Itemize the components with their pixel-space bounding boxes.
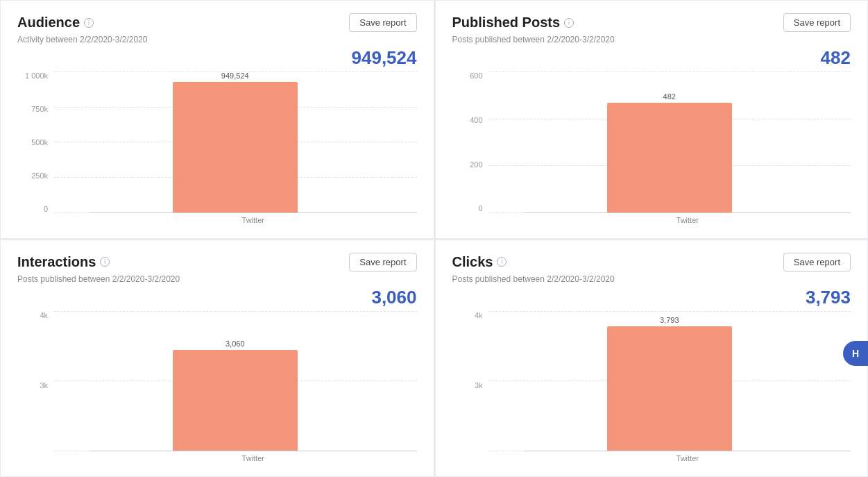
audience-bar-container: 949,524 bbox=[53, 72, 417, 213]
audience-baseline bbox=[90, 212, 417, 213]
published-posts-baseline bbox=[525, 212, 851, 213]
audience-panel: Audience i Save report Activity between … bbox=[0, 0, 434, 239]
published-posts-bar-container: 482 bbox=[488, 72, 851, 213]
published-posts-big-number: 482 bbox=[452, 47, 851, 69]
clicks-chart: 4k 3k 3,793 bbox=[452, 311, 851, 466]
published-posts-info-icon[interactable]: i bbox=[564, 18, 574, 28]
clicks-big-number: 3,793 bbox=[452, 287, 851, 308]
audience-bar bbox=[173, 82, 298, 213]
interactions-header: Interactions i Save report bbox=[17, 253, 417, 271]
y-label: 1 000k bbox=[25, 72, 48, 80]
y-label: 3k bbox=[475, 381, 483, 390]
interactions-chart: 4k 3k 3,060 bbox=[17, 311, 417, 466]
clicks-bar-label: 3,793 bbox=[660, 316, 679, 324]
published-posts-title-group: Published Posts i bbox=[452, 15, 575, 31]
clicks-header: Clicks i Save report bbox=[452, 253, 851, 271]
published-posts-chart-inner: 600 400 200 0 482 bbox=[452, 72, 851, 227]
audience-date-range: Activity between 2/2/2020-3/2/2020 bbox=[17, 35, 417, 44]
interactions-date-range: Posts published between 2/2/2020-3/2/202… bbox=[17, 274, 417, 284]
clicks-y-axis: 4k 3k bbox=[452, 311, 488, 466]
interactions-bar-label: 3,060 bbox=[225, 340, 245, 348]
clicks-panel: Clicks i Save report Posts published bet… bbox=[434, 239, 869, 478]
interactions-bar-wrap: 3,060 bbox=[74, 311, 396, 452]
y-label: 250k bbox=[31, 171, 48, 180]
audience-chart: 1 000k 750k 500k 250k 0 bbox=[17, 72, 417, 227]
published-posts-header: Published Posts i Save report bbox=[452, 13, 851, 32]
interactions-panel: Interactions i Save report Posts publish… bbox=[0, 239, 434, 478]
y-label: 0 bbox=[44, 205, 48, 213]
interactions-title-group: Interactions i bbox=[17, 254, 110, 270]
y-label: 4k bbox=[475, 311, 483, 319]
published-posts-panel: Published Posts i Save report Posts publ… bbox=[434, 0, 869, 239]
clicks-x-label: Twitter bbox=[525, 454, 851, 462]
published-posts-y-axis: 600 400 200 0 bbox=[452, 72, 488, 227]
published-posts-bar-wrap: 482 bbox=[509, 72, 831, 213]
clicks-date-range: Posts published between 2/2/2020-3/2/202… bbox=[452, 274, 851, 284]
clicks-chart-content: 3,793 Twitter bbox=[488, 311, 851, 466]
published-posts-bar bbox=[607, 103, 732, 213]
clicks-bar-container: 3,793 bbox=[488, 311, 851, 452]
clicks-title-group: Clicks i bbox=[452, 254, 507, 270]
published-posts-save-button[interactable]: Save report bbox=[783, 13, 851, 32]
published-posts-chart-content: 482 Twitter bbox=[488, 72, 851, 227]
audience-y-axis: 1 000k 750k 500k 250k 0 bbox=[17, 72, 53, 227]
y-label: 3k bbox=[40, 381, 48, 390]
interactions-chart-inner: 4k 3k 3,060 bbox=[17, 311, 417, 466]
published-posts-bar-label: 482 bbox=[663, 92, 676, 101]
audience-header: Audience i Save report bbox=[17, 13, 417, 32]
interactions-y-axis: 4k 3k bbox=[17, 311, 53, 466]
y-label: 400 bbox=[470, 116, 482, 124]
clicks-bar-wrap: 3,793 bbox=[509, 311, 831, 452]
clicks-info-icon[interactable]: i bbox=[497, 257, 507, 267]
clicks-title: Clicks bbox=[452, 254, 493, 270]
interactions-bar bbox=[173, 350, 298, 451]
audience-bar-wrap: 949,524 bbox=[74, 72, 396, 213]
audience-chart-content: 949,524 Twitter bbox=[53, 72, 417, 227]
interactions-baseline bbox=[90, 451, 417, 451]
published-posts-title: Published Posts bbox=[452, 15, 561, 31]
audience-save-button[interactable]: Save report bbox=[349, 13, 416, 32]
published-posts-date-range: Posts published between 2/2/2020-3/2/202… bbox=[452, 35, 851, 44]
y-label: 0 bbox=[478, 204, 482, 212]
interactions-save-button[interactable]: Save report bbox=[349, 253, 416, 271]
interactions-bar-container: 3,060 bbox=[53, 311, 417, 452]
audience-title: Audience bbox=[17, 15, 80, 31]
audience-chart-inner: 1 000k 750k 500k 250k 0 bbox=[17, 72, 417, 227]
y-label: 500k bbox=[31, 138, 48, 147]
y-label: 200 bbox=[470, 160, 482, 169]
audience-bar-label: 949,524 bbox=[221, 72, 249, 80]
interactions-info-icon[interactable]: i bbox=[100, 257, 110, 267]
audience-title-group: Audience i bbox=[17, 15, 94, 31]
helper-button[interactable]: H bbox=[843, 341, 868, 366]
audience-big-number: 949,524 bbox=[17, 47, 417, 69]
interactions-chart-content: 3,060 Twitter bbox=[53, 311, 417, 466]
clicks-bar bbox=[607, 326, 732, 451]
interactions-x-label: Twitter bbox=[90, 454, 417, 462]
clicks-chart-inner: 4k 3k 3,793 bbox=[452, 311, 851, 466]
published-posts-x-label: Twitter bbox=[525, 216, 851, 224]
published-posts-chart: 600 400 200 0 482 bbox=[452, 72, 851, 227]
interactions-title: Interactions bbox=[17, 254, 96, 270]
audience-x-label: Twitter bbox=[90, 216, 417, 224]
clicks-baseline bbox=[525, 451, 851, 451]
audience-info-icon[interactable]: i bbox=[84, 18, 94, 28]
y-label: 600 bbox=[470, 72, 482, 80]
y-label: 4k bbox=[40, 311, 48, 319]
interactions-big-number: 3,060 bbox=[17, 287, 417, 308]
clicks-save-button[interactable]: Save report bbox=[783, 253, 851, 271]
dashboard-grid: Audience i Save report Activity between … bbox=[0, 0, 868, 477]
y-label: 750k bbox=[31, 105, 48, 113]
